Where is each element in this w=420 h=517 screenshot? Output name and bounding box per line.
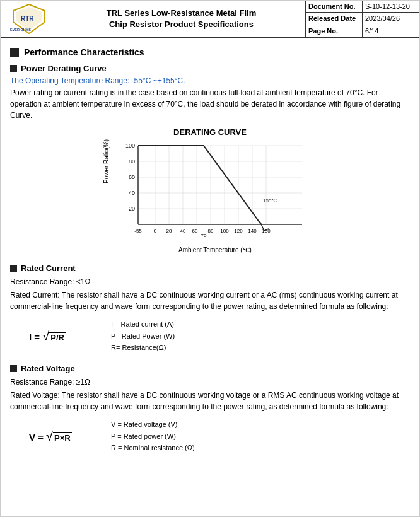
svg-text:EVER OHMS: EVER OHMS <box>10 28 31 32</box>
svg-text:60: 60 <box>192 228 198 234</box>
page: RTR EVER OHMS TRL Series Low-Resistance … <box>0 0 420 517</box>
svg-text:20: 20 <box>129 206 135 212</box>
page-number-row: Page No. 6/14 <box>306 25 419 37</box>
main-content: Performance Characteristics Power Derati… <box>1 38 419 470</box>
power-derating-title: Power Derating Curve <box>10 64 410 73</box>
page-number-value: 6/14 <box>363 26 381 36</box>
rated-voltage-title: Rated Voltage <box>10 364 410 373</box>
svg-text:40: 40 <box>129 190 135 196</box>
x-axis-label: Ambient Temperature (℃) <box>113 247 317 253</box>
rated-current-section: Rated Current Resistance Range: <1Ω Rate… <box>10 264 410 354</box>
main-section-icon <box>10 48 19 57</box>
svg-text:60: 60 <box>129 174 135 180</box>
chart-svg-container: 100 80 60 40 20 -55 0 20 40 <box>113 139 317 253</box>
rated-current-body: Rated Current: The resistor shall have a… <box>10 289 410 312</box>
released-date-row: Released Date 2023/04/26 <box>306 13 419 25</box>
svg-text:80: 80 <box>208 228 214 234</box>
svg-text:155℃: 155℃ <box>263 198 277 204</box>
voltage-def-2: P = Rated power (W) <box>111 431 195 443</box>
rated-voltage-body: Rated Voltage: The resistor shall have a… <box>10 390 410 412</box>
rated-current-title: Rated Current <box>10 264 410 273</box>
current-def-1: I = Rated current (A) <box>111 318 175 330</box>
current-formula-display: I = √P/R <box>29 329 92 344</box>
logo-area: RTR EVER OHMS <box>1 1 57 37</box>
current-def-3: R= Resistance(Ω) <box>111 342 175 354</box>
svg-text:70: 70 <box>201 233 207 238</box>
operating-temp-text: The Operating Temperature Range: -55°C ~… <box>10 76 410 85</box>
company-logo: RTR EVER OHMS <box>7 3 51 35</box>
header: RTR EVER OHMS TRL Series Low-Resistance … <box>1 1 419 38</box>
svg-text:100: 100 <box>125 142 135 149</box>
svg-text:40: 40 <box>180 228 186 234</box>
svg-text:20: 20 <box>166 228 172 234</box>
voltage-def-3: R = Nominal resistance (Ω) <box>111 442 195 454</box>
svg-text:100: 100 <box>220 228 229 234</box>
rated-voltage-icon <box>10 365 17 372</box>
power-derating-section: Power Derating Curve The Operating Tempe… <box>10 64 410 253</box>
rated-voltage-formula: V = √P×R V = Rated voltage (V) P = Rated… <box>29 419 410 454</box>
voltage-formula-defs: V = Rated voltage (V) P = Rated power (W… <box>111 419 195 454</box>
doc-number-value: S-10-12-13-20 <box>363 1 412 11</box>
svg-text:80: 80 <box>129 158 135 165</box>
derating-curve-svg: 100 80 60 40 20 -55 0 20 40 <box>113 139 308 243</box>
voltage-def-1: V = Rated voltage (V) <box>111 419 195 431</box>
rated-current-formula: I = √P/R I = Rated current (A) P= Rated … <box>29 318 410 354</box>
power-derating-icon <box>10 65 17 72</box>
svg-text:-55: -55 <box>134 228 142 234</box>
main-section-title: Performance Characteristics <box>10 47 410 57</box>
doc-number-row: Document No. S-10-12-13-20 <box>306 1 419 13</box>
svg-text:0: 0 <box>154 228 157 234</box>
rated-voltage-range: Resistance Range: ≥1Ω <box>10 376 410 388</box>
voltage-formula-display: V = √P×R <box>29 429 92 444</box>
chart-title: DERATING CURVE <box>103 127 317 137</box>
svg-text:120: 120 <box>234 228 243 234</box>
released-date-label: Released Date <box>306 13 363 24</box>
svg-text:140: 140 <box>248 228 257 234</box>
rated-current-icon <box>10 265 17 272</box>
derating-curve-chart: DERATING CURVE Power Ratio(%) <box>10 127 410 253</box>
y-axis-label: Power Ratio(%) <box>103 139 112 190</box>
current-formula-defs: I = Rated current (A) P= Rated Power (W)… <box>111 318 175 354</box>
svg-text:RTR: RTR <box>21 15 34 22</box>
chart-area: Power Ratio(%) <box>103 139 317 253</box>
released-date-value: 2023/04/26 <box>363 13 402 23</box>
power-derating-body: Power rating or current rating is in the… <box>10 87 410 121</box>
page-number-label: Page No. <box>306 25 363 37</box>
rated-voltage-section: Rated Voltage Resistance Range: ≥1Ω Rate… <box>10 364 410 454</box>
svg-line-39 <box>204 146 261 224</box>
current-def-2: P= Rated Power (W) <box>111 330 175 342</box>
doc-number-label: Document No. <box>306 1 363 12</box>
header-meta: Document No. S-10-12-13-20 Released Date… <box>306 1 419 37</box>
rated-current-range: Resistance Range: <1Ω <box>10 276 410 288</box>
document-title: TRL Series Low-Resistance Metal Film Chi… <box>57 1 306 37</box>
